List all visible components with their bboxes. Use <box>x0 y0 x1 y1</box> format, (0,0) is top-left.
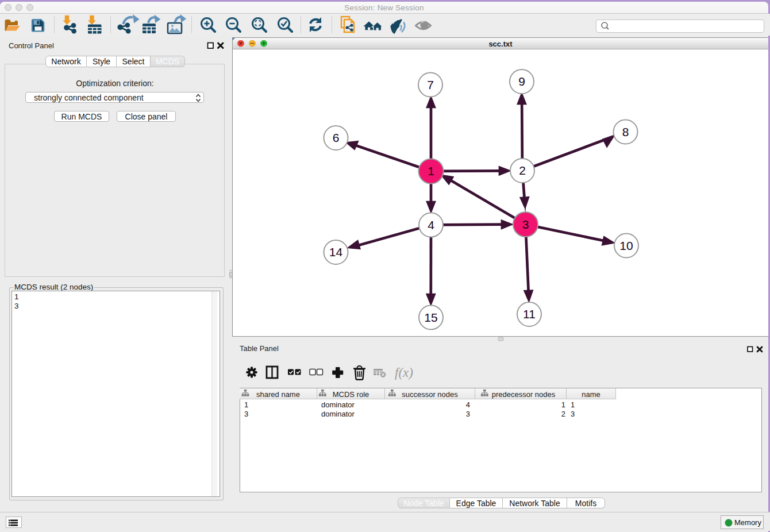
svg-text:4: 4 <box>428 218 434 232</box>
svg-text:f(x): f(x) <box>395 365 413 380</box>
svg-text:10: 10 <box>619 239 633 252</box>
svg-text:6: 6 <box>333 131 340 144</box>
svg-text:2: 2 <box>519 164 526 177</box>
svg-text:3: 3 <box>522 218 529 231</box>
svg-text:14: 14 <box>329 245 343 259</box>
svg-text:7: 7 <box>427 78 434 91</box>
svg-text:15: 15 <box>424 311 437 324</box>
svg-text:8: 8 <box>622 125 629 138</box>
svg-text:11: 11 <box>523 307 536 321</box>
svg-text:1: 1 <box>428 164 434 178</box>
svg-text:9: 9 <box>518 75 525 88</box>
